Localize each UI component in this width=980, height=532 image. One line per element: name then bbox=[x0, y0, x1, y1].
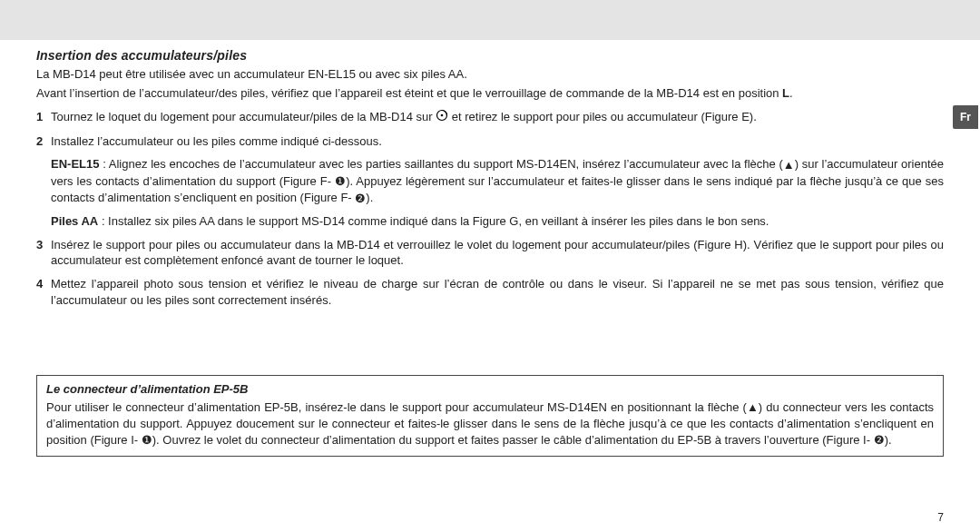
step-list: 1 Tournez le loquet du logement pour acc… bbox=[36, 109, 944, 149]
step1-a: Tournez le loquet du logement pour accum… bbox=[51, 110, 436, 123]
section-heading: Insertion des accumulateurs/piles bbox=[36, 47, 944, 64]
triangle-up-icon: ▲ bbox=[747, 399, 759, 416]
enel15-d: ). bbox=[366, 191, 373, 204]
circled-2-icon: ❷ bbox=[874, 432, 885, 448]
box-title: Le connecteur d’alimentation EP-5B bbox=[46, 381, 934, 398]
preface-b: . bbox=[789, 86, 793, 100]
preface-L: L bbox=[782, 86, 789, 100]
step-1: 1 Tournez le loquet du logement pour acc… bbox=[36, 109, 944, 126]
step1-b: et retirez le support pour piles ou accu… bbox=[448, 110, 757, 123]
box-c: ). Ouvrez le volet du connecteur d’alime… bbox=[152, 433, 874, 447]
circled-1-icon: ❶ bbox=[142, 432, 152, 448]
pilesaa-label: Piles AA bbox=[51, 214, 98, 228]
info-box: Le connecteur d’alimentation EP-5B Pour … bbox=[36, 375, 944, 457]
circled-1-icon: ❶ bbox=[335, 173, 346, 190]
box-d: ). bbox=[885, 433, 892, 447]
step-3: 3 Insérez le support pour piles ou accum… bbox=[36, 237, 944, 269]
enel15-label: EN-EL15 bbox=[51, 157, 99, 171]
preface-text: Avant l’insertion de l’accumulateur/des … bbox=[36, 85, 944, 102]
content-area: Insertion des accumulateurs/piles La MB-… bbox=[36, 22, 944, 457]
step3-text: Insérez le support pour piles ou accumul… bbox=[51, 238, 944, 268]
open-latch-icon bbox=[436, 109, 448, 126]
step2-text: Installez l’accumulateur ou les piles co… bbox=[51, 134, 382, 148]
pilesaa-block: Piles AA : Installez six piles AA dans l… bbox=[36, 213, 944, 230]
step-2: 2 Installez l’accumulateur ou les piles … bbox=[36, 133, 944, 150]
box-body: Pour utiliser le connecteur d’alimentati… bbox=[46, 399, 934, 448]
pilesaa-text: : Installez six piles AA dans le support… bbox=[98, 214, 769, 228]
page-number: 7 bbox=[937, 510, 944, 525]
intro-text: La MB-D14 peut être utilisée avec un acc… bbox=[36, 66, 944, 83]
triangle-up-icon: ▲ bbox=[783, 157, 795, 173]
document-page: Fr Insertion des accumulateurs/piles La … bbox=[0, 0, 980, 532]
svg-point-1 bbox=[441, 114, 444, 117]
step-number: 4 bbox=[36, 276, 43, 292]
step-number: 1 bbox=[36, 109, 43, 125]
language-tab: Fr bbox=[953, 105, 978, 129]
step-number: 3 bbox=[36, 237, 43, 253]
circled-2-icon: ❷ bbox=[355, 191, 366, 207]
box-a: Pour utiliser le connecteur d’alimentati… bbox=[46, 400, 747, 414]
step4-text: Mettez l’appareil photo sous tension et … bbox=[51, 277, 944, 307]
step-list-cont: 3 Insérez le support pour piles ou accum… bbox=[36, 237, 944, 308]
preface-a: Avant l’insertion de l’accumulateur/des … bbox=[36, 86, 782, 100]
enel15-block: EN-EL15 : Alignez les encoches de l’accu… bbox=[36, 156, 944, 206]
step-number: 2 bbox=[36, 133, 43, 150]
enel15-a: : Alignez les encoches de l’accumulateur… bbox=[99, 157, 782, 171]
step-4: 4 Mettez l’appareil photo sous tension e… bbox=[36, 276, 944, 308]
